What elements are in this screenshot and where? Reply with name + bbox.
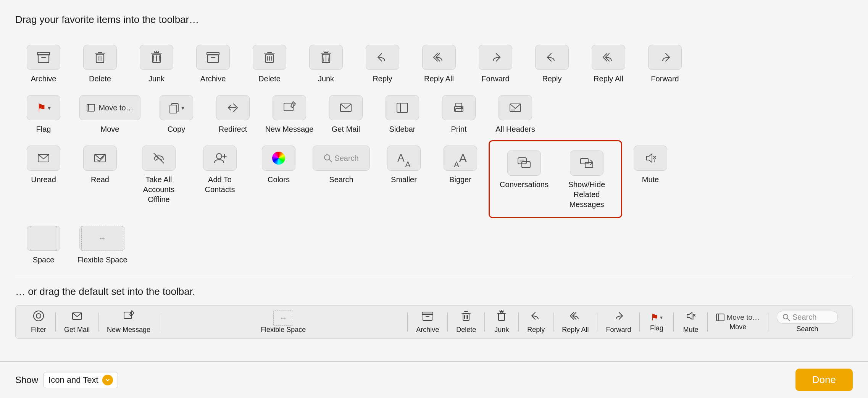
dt-sep6 — [484, 312, 485, 332]
takeoffline-icon — [142, 146, 176, 171]
tool-newmessage[interactable]: New Message — [261, 90, 318, 138]
show-select-arrow-icon[interactable] — [102, 375, 113, 385]
dt-flag-dropdown[interactable]: ▾ — [660, 314, 663, 320]
getmail-icon — [329, 95, 363, 120]
done-button[interactable]: Done — [795, 369, 853, 391]
bottom-bar: Show Icon and Text Done — [0, 361, 868, 398]
tool-redirect[interactable]: Redirect — [205, 90, 261, 138]
flag-dropdown-icon[interactable]: ▾ — [48, 104, 51, 112]
delete1-label: Delete — [89, 74, 111, 84]
tool-replyall[interactable]: Reply All — [411, 39, 467, 87]
dt-sep2 — [98, 312, 98, 332]
dt-reply[interactable]: Reply — [520, 310, 552, 334]
reply2-icon — [535, 45, 569, 70]
dt-junk-label: Junk — [494, 326, 509, 334]
move-icon-box: Move to… — [79, 95, 140, 120]
dt-filter[interactable]: Filter — [23, 310, 54, 334]
colors-label: Colors — [268, 175, 290, 184]
tool-conversations[interactable]: Conversations — [494, 145, 555, 193]
svg-rect-43 — [397, 103, 408, 112]
svg-line-97 — [787, 319, 790, 321]
dt-sep4 — [407, 312, 408, 332]
tool-junk1[interactable]: Junk — [128, 39, 185, 87]
tool-archive1[interactable]: Archive — [15, 39, 72, 87]
tool-reply[interactable]: Reply — [354, 39, 411, 87]
tool-getmail[interactable]: Get Mail — [318, 90, 374, 138]
dt-filter-label: Filter — [31, 326, 46, 334]
default-toolbar-strip[interactable]: Filter Get Mail New Message ↔ Flexible S… — [15, 305, 853, 339]
tool-read[interactable]: Read — [72, 140, 128, 188]
tool-print[interactable]: Print — [431, 90, 487, 138]
svg-rect-18 — [208, 54, 218, 63]
show-select[interactable]: Icon and Text — [44, 372, 118, 388]
dt-move[interactable]: Move to… Move — [709, 313, 766, 331]
tool-junk2[interactable]: Junk — [298, 39, 354, 87]
dt-mute-icon — [685, 310, 696, 324]
junk1-icon — [140, 45, 173, 70]
tool-addcontacts[interactable]: Add To Contacts — [189, 140, 250, 198]
dt-replyall-icon — [570, 310, 581, 324]
dt-sep8 — [553, 312, 553, 332]
flexspace-box: ↔ — [81, 226, 123, 251]
dt-replyall[interactable]: Reply All — [555, 310, 595, 334]
tool-mute[interactable]: Mute — [622, 140, 679, 188]
dt-getmail[interactable]: Get Mail — [57, 310, 97, 334]
dt-archive-icon — [422, 310, 433, 324]
tool-search[interactable]: Search Search — [307, 140, 376, 188]
tool-delete1[interactable]: Delete — [72, 39, 128, 87]
dt-archive[interactable]: Archive — [409, 310, 446, 334]
tool-bigger[interactable]: A A Bigger — [432, 140, 489, 188]
tool-delete2[interactable]: Delete — [241, 39, 298, 87]
conversations-icon — [507, 150, 541, 176]
tool-archive2[interactable]: Archive — [185, 39, 241, 87]
dt-delete-label: Delete — [456, 326, 476, 334]
dt-search[interactable]: Search Search — [770, 311, 845, 333]
tool-sidebar[interactable]: Sidebar — [374, 90, 431, 138]
svg-rect-0 — [38, 54, 49, 63]
dt-delete[interactable]: Delete — [449, 310, 483, 334]
forward-label: Forward — [481, 74, 509, 84]
color-wheel — [272, 152, 285, 165]
dt-forward[interactable]: Forward — [599, 310, 638, 334]
dt-replyall-label: Reply All — [562, 326, 589, 334]
archive1-icon — [27, 45, 60, 70]
smaller-a-icon: A — [397, 152, 405, 164]
tool-showhide[interactable]: Show/Hide Related Messages — [556, 145, 617, 213]
tool-forward[interactable]: Forward — [467, 39, 524, 87]
dt-newmessage[interactable]: New Message — [100, 310, 157, 334]
flag-icon-box: ⚑ ▾ — [27, 95, 60, 120]
space-box — [30, 226, 57, 251]
tool-forward2[interactable]: Forward — [637, 39, 693, 87]
tool-copy[interactable]: ▾ Copy — [148, 90, 205, 138]
svg-line-54 — [154, 153, 164, 163]
svg-rect-64 — [581, 159, 588, 164]
tool-reply2[interactable]: Reply — [524, 39, 580, 87]
tool-colors[interactable]: Colors — [250, 140, 307, 188]
tool-flag[interactable]: ⚑ ▾ Flag — [15, 90, 72, 138]
tool-takeoffline[interactable]: Take All Accounts Offline — [128, 140, 189, 208]
sidebar-label: Sidebar — [389, 124, 416, 134]
copy-dropdown-icon[interactable]: ▾ — [181, 104, 184, 112]
tool-move[interactable]: Move to… Move — [72, 90, 148, 138]
dt-sep1 — [55, 312, 56, 332]
showhide-label: Show/Hide Related Messages — [559, 180, 614, 209]
svg-line-89 — [503, 311, 503, 312]
dt-newmessage-label: New Message — [107, 326, 150, 334]
tool-flexspace[interactable]: ↔ Flexible Space — [72, 220, 133, 269]
junk2-icon — [309, 45, 343, 70]
dt-getmail-label: Get Mail — [64, 326, 90, 334]
toolbar-items-row2: ⚑ ▾ Flag Move to… Move ▾ Copy R — [15, 90, 853, 138]
dt-junk[interactable]: Junk — [486, 310, 517, 334]
tool-smaller[interactable]: A A Smaller — [376, 140, 432, 188]
dt-mute[interactable]: Mute — [675, 310, 706, 334]
tool-unread[interactable]: Unread — [15, 140, 72, 188]
dt-sep7 — [518, 312, 519, 332]
archive1-label: Archive — [31, 74, 56, 84]
mute-icon — [634, 146, 667, 171]
dt-search-box[interactable]: Search — [777, 311, 838, 324]
dt-flag[interactable]: ⚑ ▾ Flag — [641, 312, 672, 332]
tool-allheaders[interactable]: All Headers — [487, 90, 544, 138]
tool-space[interactable]: Space — [15, 220, 72, 269]
tool-replyall2[interactable]: Reply All — [580, 39, 637, 87]
archive2-icon — [196, 45, 230, 70]
